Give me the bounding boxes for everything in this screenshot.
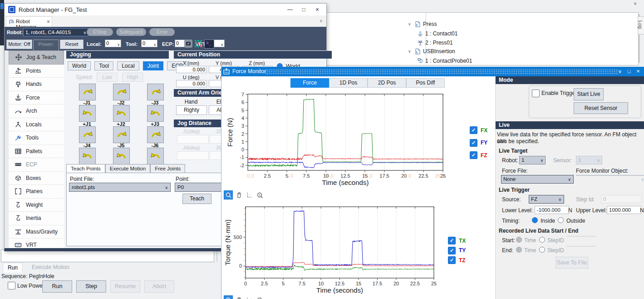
close-icon[interactable]: × [313, 5, 322, 14]
jog-button-plusJ1[interactable] [79, 105, 96, 122]
motor-button[interactable]: Motor: Off [6, 40, 32, 49]
tabbar-chevron-icon[interactable]: ∨ [320, 18, 323, 23]
tree-group-press[interactable]: ∨ Press [408, 20, 437, 28]
jog-mode-local[interactable]: Local [117, 61, 139, 70]
pan-icon[interactable] [234, 295, 243, 299]
enable-trigger-checkbox[interactable] [532, 90, 540, 97]
zoom-reset-icon[interactable] [255, 295, 264, 299]
teach-tab-execute-motion[interactable]: Execute Motion [105, 164, 150, 173]
jog-button-minusJ6[interactable] [147, 126, 164, 143]
force-file-select[interactable]: None ∨ [501, 175, 574, 184]
speed-low-button[interactable]: Low [97, 73, 118, 82]
jog-button-plusJ5[interactable] [113, 148, 130, 164]
tree-item[interactable]: 1 : Contact01 [417, 30, 457, 38]
jog-button-plusJ2[interactable] [113, 105, 130, 122]
step-button[interactable]: Step [76, 280, 106, 293]
force-monitor-object-select[interactable]: ∨ [576, 175, 644, 176]
fm-maximize-icon[interactable]: □ [625, 68, 633, 75]
camera-icon[interactable] [184, 40, 192, 48]
fm-pin-chevron-icon[interactable]: ∨ [616, 68, 624, 75]
zoom-select-icon[interactable] [224, 295, 233, 299]
robot-select[interactable]: 1, robot1, C4-A601S ∨ [23, 28, 88, 36]
teach-button[interactable]: Teach [182, 194, 211, 204]
log-collapsed-tab[interactable]: Log [638, 16, 644, 35]
jog-button-minusJ5[interactable] [113, 126, 130, 143]
fm-tab-2d-pos[interactable]: 2D Pos [368, 78, 406, 88]
sidebar-item-tools[interactable]: Tools [9, 131, 64, 145]
speed-high-button[interactable]: High [122, 73, 143, 82]
torque-chart[interactable]: 02.557.51012.51517.52022.5250500Time (se… [224, 202, 460, 299]
timing-inside-radio[interactable] [532, 217, 538, 223]
axes-scale-icon[interactable] [245, 295, 254, 299]
fm-close-icon[interactable]: × [634, 68, 642, 75]
tree-item[interactable]: 1 : ContactProbe01 [417, 57, 472, 65]
fm-tab-1d-pos[interactable]: 1D Pos [329, 78, 368, 88]
sidebar-item-jog-teach[interactable]: Jog & Teach [9, 50, 64, 65]
sidebar-item-locals[interactable]: Locals [9, 118, 64, 132]
sidebar-item-pallets[interactable]: Pallets [9, 145, 64, 159]
reset-sensor-button[interactable]: Reset Sensor [574, 102, 628, 114]
robot-select[interactable]: 1 ∨ [519, 156, 546, 164]
jog-mode-joint[interactable]: Joint [143, 61, 163, 70]
end-stepid-radio[interactable] [539, 247, 545, 253]
sidebar-item-arch[interactable]: Arch [9, 105, 64, 118]
sidebar-item-weight[interactable]: Weight [9, 199, 64, 212]
tx-checkbox[interactable]: ✓ [448, 237, 456, 244]
force-chart[interactable]: 2.557.51012.51517.52022.5250.05.010.015.… [226, 89, 469, 200]
step-id-field[interactable]: 0 [601, 195, 642, 203]
jog-mode-world[interactable]: World [68, 61, 91, 70]
sidebar-item-mass-gravity[interactable]: Mass/Gravity [9, 225, 64, 239]
estop-button[interactable]: EStop [87, 28, 113, 36]
tab-robot-manager[interactable]: Robot Manager × [6, 16, 52, 27]
upper-level-field[interactable]: 1000.000 [607, 206, 641, 214]
io-monitor-icon[interactable] [194, 40, 202, 48]
jog-button-minusJ2[interactable] [113, 84, 130, 100]
coord-select-0[interactable]: 0∨ [105, 40, 121, 47]
maximize-icon[interactable]: □ [299, 5, 308, 14]
tree-collapse-icon[interactable]: ∨ [408, 49, 414, 54]
splitter[interactable] [216, 249, 217, 262]
jog-button-minusJ4[interactable] [79, 126, 96, 143]
error-button[interactable]: Error [149, 28, 175, 36]
lower-level-field[interactable]: -1000.000 [535, 206, 569, 214]
fz-checkbox[interactable]: ✓ [470, 151, 477, 159]
resume-button[interactable]: Resume [110, 280, 140, 293]
run-button[interactable]: Run [42, 280, 72, 293]
point-file-select[interactable]: robot1.pts ∨ [69, 183, 171, 192]
safeguard-button[interactable]: Safeguard [116, 28, 146, 36]
coord-select-1[interactable]: 0∨ [141, 40, 157, 47]
jog-button-plusJ6[interactable] [147, 148, 164, 164]
force-monitor-titlebar[interactable]: Force Monitor ∨ □ × [221, 67, 644, 76]
end-value-field[interactable] [566, 246, 596, 247]
pan-icon[interactable] [234, 190, 243, 199]
sidebar-item-force[interactable]: Force [9, 91, 64, 105]
j1-distance-field[interactable] [177, 135, 209, 144]
low-power-checkbox[interactable] [8, 282, 15, 289]
tree-group-usbinsertion[interactable]: ∨ USBInsertion [408, 47, 455, 55]
save-to-file-button[interactable]: Save To File [556, 257, 588, 269]
start-stepid-radio[interactable] [539, 237, 545, 243]
command-window-icon[interactable]: >_ [204, 40, 214, 49]
robot-manager-titlebar[interactable]: Robot Manager - FG_Test — □ × [5, 4, 326, 16]
zoom-select-icon[interactable] [224, 190, 233, 199]
minimize-icon[interactable]: — [285, 5, 295, 14]
j4-distance-field[interactable] [177, 151, 209, 160]
start-time-radio[interactable] [516, 237, 522, 243]
end-time-radio[interactable] [516, 247, 522, 253]
jog-button-minusJ3[interactable] [147, 84, 164, 100]
fy-checkbox[interactable]: ✓ [470, 139, 477, 147]
tab-close-icon[interactable]: × [47, 19, 50, 25]
run-tab-run[interactable]: Run [3, 263, 23, 273]
sensor-select[interactable]: 1 ∨ [576, 156, 602, 164]
axes-scale-icon[interactable] [245, 190, 254, 199]
sidebar-item-hands[interactable]: Hands [9, 78, 64, 91]
panel-chevron-icon[interactable]: ∨ [634, 1, 637, 6]
fm-tab-pos-diff[interactable]: Pos Diff [406, 78, 445, 88]
reset-button[interactable]: Reset [60, 40, 84, 49]
teach-tab-teach-points[interactable]: Teach Points [66, 164, 105, 173]
zoom-reset-icon[interactable] [255, 190, 264, 199]
tree-collapse-icon[interactable]: ∨ [408, 22, 414, 26]
source-select[interactable]: FZ ∨ [529, 195, 564, 204]
jog-button-plusJ4[interactable] [79, 148, 96, 164]
sidebar-item-vrt[interactable]: VRTVRT [9, 239, 64, 252]
